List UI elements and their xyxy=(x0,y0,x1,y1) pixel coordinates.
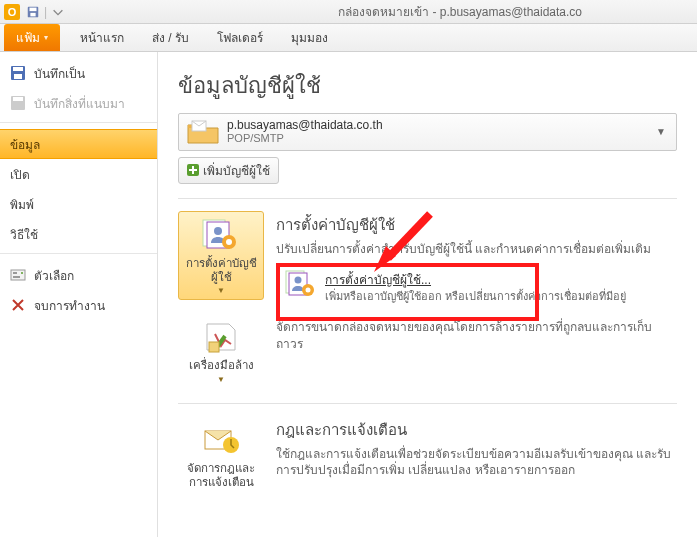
sidebar-print[interactable]: พิมพ์ xyxy=(0,189,157,219)
sidebar-label: ตัวเลือก xyxy=(34,266,74,285)
submenu-account-settings[interactable]: การตั้งค่าบัญชีผู้ใช้... เพิ่มหรือเอาบัญ… xyxy=(276,263,677,311)
add-account-button[interactable]: เพิ่มบัญชีผู้ใช้ xyxy=(178,157,279,184)
chevron-down-icon[interactable]: ▼ xyxy=(654,126,668,137)
section-account-settings: การตั้งค่าบัญชีผู้ใช้ ▼ การตั้งค่าบัญชีผ… xyxy=(178,211,677,312)
window-title: กล่องจดหมายเข้า - p.busayamas@thaidata.c… xyxy=(67,2,693,21)
svg-rect-7 xyxy=(13,97,23,101)
save-icon xyxy=(10,65,26,81)
exit-icon xyxy=(10,297,26,313)
page-title: ข้อมูลบัญชีผู้ใช้ xyxy=(178,68,677,103)
svg-rect-1 xyxy=(30,7,37,11)
section-text: กฎและการแจ้งเตือน ใช้กฎและการแจ้งเตือนเพ… xyxy=(276,416,677,480)
title-bar: O | กล่องจดหมายเข้า - p.busayamas@thaida… xyxy=(0,0,697,24)
svg-point-15 xyxy=(214,227,222,235)
sidebar-separator xyxy=(0,122,157,123)
sidebar-label: วิธีใช้ xyxy=(10,225,38,244)
qat-dropdown-icon[interactable] xyxy=(51,5,65,19)
sidebar-separator xyxy=(0,253,157,254)
tab-view[interactable]: มุมมอง xyxy=(277,24,342,51)
tab-file[interactable]: แฟ้ม xyxy=(4,24,60,51)
sidebar-options[interactable]: ตัวเลือก xyxy=(0,260,157,290)
backstage-content: ข้อมูลบัญชีผู้ใช้ p.busayamas@thaidata.c… xyxy=(158,52,697,537)
svg-rect-2 xyxy=(30,12,35,16)
sidebar-label: เปิด xyxy=(10,165,30,184)
button-label: จัดการกฎและการแจ้งเตือน xyxy=(187,462,255,488)
qat-divider: | xyxy=(44,5,47,19)
account-folder-icon xyxy=(187,119,219,145)
section-divider xyxy=(178,198,677,199)
submenu-text: การตั้งค่าบัญชีผู้ใช้... เพิ่มหรือเอาบัญ… xyxy=(325,270,626,304)
sidebar-help[interactable]: วิธีใช้ xyxy=(0,219,157,249)
tab-home[interactable]: หน้าแรก xyxy=(66,24,138,51)
ribbon-tabs: แฟ้ม หน้าแรก ส่ง / รับ โฟลเดอร์ มุมมอง xyxy=(0,24,697,52)
button-label: การตั้งค่าบัญชีผู้ใช้ xyxy=(186,257,257,283)
sidebar-label: ข้อมูล xyxy=(10,135,40,154)
outlook-app-icon: O xyxy=(4,4,20,20)
plus-icon xyxy=(187,164,199,176)
svg-rect-9 xyxy=(13,272,17,274)
account-settings-icon xyxy=(201,218,241,252)
section-divider xyxy=(178,403,677,404)
section-text: จัดการขนาดกล่องจดหมายของคุณโดยการล้างราย… xyxy=(276,313,677,353)
sidebar-save-attachments: บันทึกสิ่งที่แนบมา xyxy=(0,88,157,118)
section-title: กฎและการแจ้งเตือน xyxy=(276,418,677,442)
account-text: p.busayamas@thaidata.co.th POP/SMTP xyxy=(227,118,646,146)
sidebar-info[interactable]: ข้อมูล xyxy=(0,129,157,159)
svg-point-20 xyxy=(295,277,302,284)
cleanup-icon xyxy=(201,320,241,354)
svg-rect-5 xyxy=(14,74,22,79)
submenu-title: การตั้งค่าบัญชีผู้ใช้... xyxy=(325,270,626,289)
section-desc: จัดการขนาดกล่องจดหมายของคุณโดยการล้างราย… xyxy=(276,319,677,353)
attachment-icon xyxy=(10,95,26,111)
sidebar-label: จบการทำงาน xyxy=(34,296,105,315)
account-settings-button[interactable]: การตั้งค่าบัญชีผู้ใช้ ▼ xyxy=(178,211,264,301)
svg-rect-10 xyxy=(13,276,20,278)
chevron-down-icon: ▼ xyxy=(183,375,259,384)
svg-rect-4 xyxy=(13,67,23,71)
rules-icon xyxy=(201,423,241,457)
submenu-desc: เพิ่มหรือเอาบัญชีผู้ใช้ออก หรือเปลี่ยนกา… xyxy=(325,289,626,304)
section-title: การตั้งค่าบัญชีผู้ใช้ xyxy=(276,213,677,237)
svg-point-17 xyxy=(226,239,232,245)
cleanup-tools-button[interactable]: เครื่องมือล้าง ▼ xyxy=(178,313,264,388)
rules-alerts-button[interactable]: จัดการกฎและการแจ้งเตือน xyxy=(178,416,264,495)
section-cleanup: เครื่องมือล้าง ▼ จัดการขนาดกล่องจดหมายขอ… xyxy=(178,313,677,388)
sidebar-label: บันทึกเป็น xyxy=(34,64,85,83)
sidebar-exit[interactable]: จบการทำงาน xyxy=(0,290,157,320)
svg-rect-8 xyxy=(11,270,25,280)
section-desc: ปรับเปลี่ยนการตั้งค่าสำหรับบัญชีผู้ใช้นี… xyxy=(276,241,677,258)
chevron-down-icon: ▼ xyxy=(183,286,259,295)
qat-save-icon[interactable] xyxy=(26,5,40,19)
section-rules: จัดการกฎและการแจ้งเตือน กฎและการแจ้งเตือ… xyxy=(178,416,677,495)
account-settings-submenu: การตั้งค่าบัญชีผู้ใช้... เพิ่มหรือเอาบัญ… xyxy=(276,263,677,311)
backstage-main: บันทึกเป็น บันทึกสิ่งที่แนบมา ข้อมูล เปิ… xyxy=(0,52,697,537)
sidebar-open[interactable]: เปิด xyxy=(0,159,157,189)
account-address: p.busayamas@thaidata.co.th xyxy=(227,118,646,132)
section-text: การตั้งค่าบัญชีผู้ใช้ ปรับเปลี่ยนการตั้ง… xyxy=(276,211,677,312)
tab-send-receive[interactable]: ส่ง / รับ xyxy=(138,24,203,51)
account-selector[interactable]: p.busayamas@thaidata.co.th POP/SMTP ▼ xyxy=(178,113,677,151)
svg-rect-23 xyxy=(209,342,219,352)
sidebar-label: พิมพ์ xyxy=(10,195,34,214)
account-settings-icon xyxy=(285,270,317,298)
svg-point-11 xyxy=(21,272,23,274)
sidebar-label: บันทึกสิ่งที่แนบมา xyxy=(34,94,125,113)
add-account-label: เพิ่มบัญชีผู้ใช้ xyxy=(203,161,270,180)
section-desc: ใช้กฎและการแจ้งเตือนเพื่อช่วยจัดระเบียบข… xyxy=(276,446,677,480)
options-icon xyxy=(10,267,26,283)
backstage-sidebar: บันทึกเป็น บันทึกสิ่งที่แนบมา ข้อมูล เปิ… xyxy=(0,52,158,537)
tab-folder[interactable]: โฟลเดอร์ xyxy=(203,24,277,51)
svg-point-22 xyxy=(306,288,311,293)
button-label: เครื่องมือล้าง xyxy=(189,359,254,371)
account-protocol: POP/SMTP xyxy=(227,132,646,145)
sidebar-save-as[interactable]: บันทึกเป็น xyxy=(0,58,157,88)
